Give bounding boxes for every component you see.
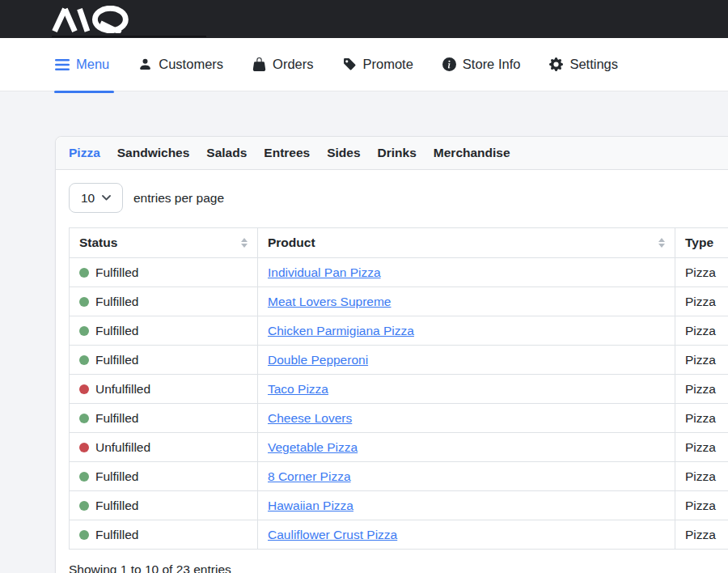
- info-icon: [442, 57, 456, 71]
- type-value: Pizza: [685, 499, 716, 512]
- status-header-label: Status: [79, 235, 117, 251]
- tag-icon: [343, 57, 357, 71]
- entries-per-page-select[interactable]: 10: [69, 183, 123, 213]
- product-link[interactable]: Hawaiian Pizza: [268, 499, 353, 512]
- page-content: Pizza Sandwiches Salads Entrees Sides Dr…: [0, 91, 728, 573]
- status-dot: [79, 268, 89, 278]
- table-row: Fulfilled 8 Corner Pizza Pizza: [70, 462, 728, 491]
- table-row: Fulfilled Chicken Parmigiana Pizza Pizza: [70, 316, 728, 346]
- table-header-row: Status Product Type: [70, 228, 728, 258]
- product-link[interactable]: Cheese Lovers: [268, 411, 352, 425]
- tab-pizza[interactable]: Pizza: [69, 146, 100, 160]
- type-value: Pizza: [685, 324, 716, 337]
- type-value: Pizza: [685, 411, 716, 425]
- product-link[interactable]: Individual Pan Pizza: [268, 265, 381, 279]
- status-dot: [79, 326, 89, 336]
- type-value: Pizza: [685, 528, 716, 541]
- tab-drinks[interactable]: Drinks: [378, 146, 417, 160]
- type-value: Pizza: [685, 382, 716, 396]
- nav-label-orders: Orders: [273, 57, 313, 72]
- status-label: Fulfilled: [95, 410, 138, 426]
- product-link[interactable]: Chicken Parmigiana Pizza: [268, 324, 414, 337]
- sort-icon[interactable]: [658, 238, 665, 248]
- table-controls: 10 entries per page: [69, 183, 728, 213]
- column-header-product[interactable]: Product: [258, 228, 675, 258]
- table-row: Fulfilled Meat Lovers Supreme Pizza: [70, 287, 728, 316]
- table-row: Fulfilled Cauliflower Crust Pizza Pizza: [70, 520, 728, 550]
- logo-underline: [52, 36, 206, 37]
- hamburger-icon: [55, 59, 70, 70]
- nav-label-customers: Customers: [159, 57, 223, 72]
- product-link[interactable]: Cauliflower Crust Pizza: [268, 528, 397, 541]
- active-nav-underline: [54, 91, 114, 93]
- type-value: Pizza: [685, 265, 716, 279]
- person-icon: [138, 57, 152, 71]
- table-row: Unfulfilled Vegetable Pizza Pizza: [70, 433, 728, 462]
- nav-item-customers[interactable]: Customers: [138, 38, 223, 91]
- table-row: Unfulfilled Taco Pizza Pizza: [70, 375, 728, 404]
- type-header-label: Type: [685, 235, 713, 251]
- table-row: Fulfilled Individual Pan Pizza Pizza: [70, 258, 728, 287]
- column-header-status[interactable]: Status: [70, 228, 258, 258]
- type-value: Pizza: [685, 295, 716, 308]
- nav-item-promote[interactable]: Promote: [343, 38, 413, 91]
- table-row: Fulfilled Hawaiian Pizza Pizza: [70, 491, 728, 520]
- type-value: Pizza: [685, 440, 716, 454]
- status-label: Fulfilled: [95, 469, 138, 484]
- status-dot: [79, 443, 89, 452]
- status-dot: [79, 384, 89, 394]
- nav-item-settings[interactable]: Settings: [549, 38, 618, 91]
- entries-select-value: 10: [81, 191, 95, 206]
- type-value: Pizza: [685, 469, 716, 483]
- sort-icon[interactable]: [241, 238, 248, 248]
- tab-sandwiches[interactable]: Sandwiches: [117, 146, 190, 160]
- status-label: Fulfilled: [95, 265, 138, 280]
- column-header-type: Type: [675, 228, 728, 258]
- category-tabs: Pizza Sandwiches Salads Entrees Sides Dr…: [56, 137, 728, 170]
- status-label: Fulfilled: [95, 294, 138, 309]
- product-link[interactable]: Taco Pizza: [268, 382, 328, 396]
- status-dot: [79, 472, 89, 482]
- table-row: Fulfilled Double Pepperoni Pizza: [70, 346, 728, 375]
- status-dot: [79, 297, 89, 307]
- nav-label-settings: Settings: [569, 57, 618, 72]
- entries-per-page-label: entries per page: [133, 191, 224, 206]
- chevron-down-icon: [102, 195, 111, 201]
- nav-label-store-promote: Promote: [363, 57, 413, 72]
- tab-merchandise[interactable]: Merchandise: [434, 146, 510, 160]
- product-link[interactable]: Meat Lovers Supreme: [268, 295, 392, 308]
- status-label: Fulfilled: [95, 323, 138, 338]
- bag-icon: [252, 57, 266, 71]
- main-navigation: Menu Customers Orders Promote Store Info…: [0, 38, 728, 91]
- status-label: Fulfilled: [95, 352, 138, 367]
- tab-sides[interactable]: Sides: [327, 146, 360, 160]
- product-link[interactable]: Double Pepperoni: [268, 353, 368, 367]
- table-summary: Showing 1 to 10 of 23 entries: [69, 562, 728, 573]
- table-row: Fulfilled Cheese Lovers Pizza: [70, 404, 728, 433]
- status-dot: [79, 414, 89, 423]
- nav-item-store-info[interactable]: Store Info: [442, 38, 521, 91]
- nav-item-menu[interactable]: Menu: [55, 38, 109, 91]
- brand-logo[interactable]: [52, 6, 142, 36]
- card-body: 10 entries per page Status: [56, 170, 728, 573]
- status-label: Unfulfilled: [95, 381, 150, 397]
- nav-label-menu: Menu: [76, 57, 109, 72]
- nav-item-orders[interactable]: Orders: [252, 38, 313, 91]
- product-link[interactable]: Vegetable Pizza: [268, 440, 358, 454]
- status-dot: [79, 355, 89, 365]
- product-link[interactable]: 8 Corner Pizza: [268, 469, 351, 483]
- aiq-logo-icon: [52, 6, 142, 33]
- tab-salads[interactable]: Salads: [206, 146, 247, 160]
- type-value: Pizza: [685, 353, 716, 367]
- top-app-bar: [0, 0, 728, 38]
- status-dot: [79, 530, 89, 540]
- gear-icon: [549, 57, 563, 71]
- status-label: Unfulfilled: [95, 439, 150, 455]
- product-header-label: Product: [268, 235, 315, 251]
- menu-card: Pizza Sandwiches Salads Entrees Sides Dr…: [55, 136, 728, 573]
- status-label: Fulfilled: [95, 527, 138, 542]
- status-label: Fulfilled: [95, 498, 138, 513]
- nav-label-store-info: Store Info: [463, 57, 521, 72]
- products-table: Status Product Type: [69, 227, 728, 550]
- tab-entrees[interactable]: Entrees: [264, 146, 310, 160]
